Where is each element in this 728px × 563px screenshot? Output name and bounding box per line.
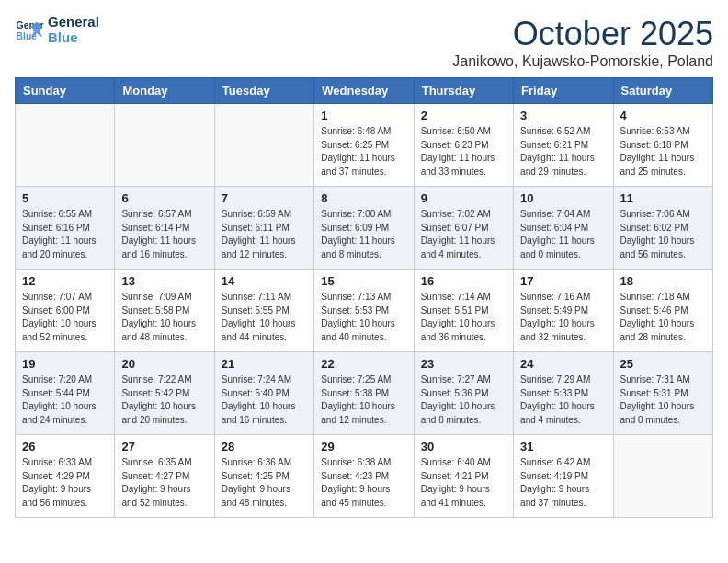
day-info: Sunrise: 7:31 AMSunset: 5:31 PMDaylight:… — [620, 373, 706, 427]
calendar-cell: 3Sunrise: 6:52 AMSunset: 6:21 PMDaylight… — [514, 104, 613, 187]
day-info: Sunrise: 6:35 AMSunset: 4:27 PMDaylight:… — [121, 456, 207, 510]
calendar-cell — [613, 435, 712, 518]
calendar-cell: 15Sunrise: 7:13 AMSunset: 5:53 PMDayligh… — [314, 270, 414, 352]
calendar-week-row: 1Sunrise: 6:48 AMSunset: 6:25 PMDaylight… — [16, 104, 713, 187]
calendar-cell: 4Sunrise: 6:53 AMSunset: 6:18 PMDaylight… — [613, 104, 712, 187]
day-number: 7 — [222, 191, 307, 205]
calendar-cell: 30Sunrise: 6:40 AMSunset: 4:21 PMDayligh… — [414, 435, 513, 518]
month-title: October 2025 — [452, 15, 713, 53]
weekday-header-tuesday: Tuesday — [214, 78, 313, 104]
calendar-week-row: 5Sunrise: 6:55 AMSunset: 6:16 PMDaylight… — [16, 187, 713, 270]
day-number: 17 — [520, 274, 606, 288]
calendar-cell — [16, 104, 115, 187]
location: Janikowo, Kujawsko-Pomorskie, Poland — [452, 53, 713, 70]
calendar-cell: 8Sunrise: 7:00 AMSunset: 6:09 PMDaylight… — [314, 187, 414, 270]
day-info: Sunrise: 7:04 AMSunset: 6:04 PMDaylight:… — [520, 208, 606, 261]
day-info: Sunrise: 6:48 AMSunset: 6:25 PMDaylight:… — [321, 125, 406, 178]
day-number: 14 — [222, 274, 307, 288]
day-info: Sunrise: 7:09 AMSunset: 5:58 PMDaylight:… — [121, 291, 207, 344]
day-number: 9 — [421, 191, 506, 205]
weekday-header-friday: Friday — [514, 78, 613, 104]
day-info: Sunrise: 7:14 AMSunset: 5:51 PMDaylight:… — [421, 291, 506, 344]
day-number: 30 — [421, 440, 506, 454]
calendar-cell: 22Sunrise: 7:25 AMSunset: 5:38 PMDayligh… — [314, 352, 414, 435]
calendar-cell: 31Sunrise: 6:42 AMSunset: 4:19 PMDayligh… — [514, 435, 613, 518]
calendar-cell: 24Sunrise: 7:29 AMSunset: 5:33 PMDayligh… — [514, 352, 613, 435]
calendar-week-row: 26Sunrise: 6:33 AMSunset: 4:29 PMDayligh… — [16, 435, 713, 518]
logo-text-general: General — [48, 15, 99, 30]
calendar-cell: 26Sunrise: 6:33 AMSunset: 4:29 PMDayligh… — [16, 435, 115, 518]
day-info: Sunrise: 7:06 AMSunset: 6:02 PMDaylight:… — [620, 208, 706, 261]
day-info: Sunrise: 6:33 AMSunset: 4:29 PMDaylight:… — [22, 456, 108, 510]
calendar-cell: 10Sunrise: 7:04 AMSunset: 6:04 PMDayligh… — [514, 187, 613, 270]
calendar-week-row: 19Sunrise: 7:20 AMSunset: 5:44 PMDayligh… — [16, 352, 713, 435]
day-info: Sunrise: 6:57 AMSunset: 6:14 PMDaylight:… — [121, 208, 207, 261]
calendar-cell: 7Sunrise: 6:59 AMSunset: 6:11 PMDaylight… — [214, 187, 313, 270]
weekday-header-sunday: Sunday — [16, 78, 115, 104]
day-info: Sunrise: 6:55 AMSunset: 6:16 PMDaylight:… — [22, 208, 108, 261]
day-info: Sunrise: 7:11 AMSunset: 5:55 PMDaylight:… — [222, 291, 307, 344]
calendar-cell: 25Sunrise: 7:31 AMSunset: 5:31 PMDayligh… — [613, 352, 712, 435]
day-number: 6 — [121, 191, 207, 205]
title-block: October 2025 Janikowo, Kujawsko-Pomorski… — [452, 15, 713, 70]
day-number: 28 — [222, 440, 307, 454]
calendar-cell: 20Sunrise: 7:22 AMSunset: 5:42 PMDayligh… — [115, 352, 214, 435]
calendar-cell: 12Sunrise: 7:07 AMSunset: 6:00 PMDayligh… — [16, 270, 115, 352]
calendar-cell: 18Sunrise: 7:18 AMSunset: 5:46 PMDayligh… — [613, 270, 712, 352]
day-info: Sunrise: 7:25 AMSunset: 5:38 PMDaylight:… — [321, 373, 406, 427]
calendar-cell: 23Sunrise: 7:27 AMSunset: 5:36 PMDayligh… — [414, 352, 513, 435]
day-info: Sunrise: 6:40 AMSunset: 4:21 PMDaylight:… — [421, 456, 506, 510]
day-number: 12 — [22, 274, 108, 288]
calendar-cell: 19Sunrise: 7:20 AMSunset: 5:44 PMDayligh… — [16, 352, 115, 435]
day-number: 25 — [620, 357, 706, 371]
weekday-header-row: SundayMondayTuesdayWednesdayThursdayFrid… — [16, 78, 713, 104]
calendar-cell: 17Sunrise: 7:16 AMSunset: 5:49 PMDayligh… — [514, 270, 613, 352]
calendar-cell — [115, 104, 214, 187]
day-info: Sunrise: 6:42 AMSunset: 4:19 PMDaylight:… — [520, 456, 606, 510]
day-number: 20 — [121, 357, 207, 371]
weekday-header-saturday: Saturday — [613, 78, 712, 104]
day-info: Sunrise: 7:24 AMSunset: 5:40 PMDaylight:… — [222, 373, 307, 427]
calendar-cell: 14Sunrise: 7:11 AMSunset: 5:55 PMDayligh… — [214, 270, 313, 352]
calendar-table: SundayMondayTuesdayWednesdayThursdayFrid… — [15, 77, 713, 518]
day-number: 3 — [520, 109, 606, 122]
day-number: 22 — [321, 357, 406, 371]
day-number: 26 — [22, 440, 108, 454]
day-info: Sunrise: 7:00 AMSunset: 6:09 PMDaylight:… — [321, 208, 406, 261]
day-info: Sunrise: 7:20 AMSunset: 5:44 PMDaylight:… — [22, 373, 108, 427]
calendar-cell: 13Sunrise: 7:09 AMSunset: 5:58 PMDayligh… — [115, 270, 214, 352]
day-number: 15 — [321, 274, 406, 288]
day-number: 8 — [321, 191, 406, 205]
day-number: 10 — [520, 191, 606, 205]
weekday-header-wednesday: Wednesday — [314, 78, 414, 104]
day-info: Sunrise: 7:18 AMSunset: 5:46 PMDaylight:… — [620, 291, 706, 344]
day-number: 13 — [121, 274, 207, 288]
logo: General Blue General Blue — [15, 15, 99, 45]
day-info: Sunrise: 6:38 AMSunset: 4:23 PMDaylight:… — [321, 456, 406, 510]
day-info: Sunrise: 6:59 AMSunset: 6:11 PMDaylight:… — [222, 208, 307, 261]
day-number: 29 — [321, 440, 406, 454]
calendar-cell: 11Sunrise: 7:06 AMSunset: 6:02 PMDayligh… — [613, 187, 712, 270]
calendar-cell: 16Sunrise: 7:14 AMSunset: 5:51 PMDayligh… — [414, 270, 513, 352]
day-number: 2 — [421, 109, 506, 122]
day-info: Sunrise: 6:50 AMSunset: 6:23 PMDaylight:… — [421, 125, 506, 178]
day-number: 27 — [121, 440, 207, 454]
logo-icon: General Blue — [15, 16, 44, 45]
weekday-header-thursday: Thursday — [414, 78, 513, 104]
calendar-cell: 28Sunrise: 6:36 AMSunset: 4:25 PMDayligh… — [214, 435, 313, 518]
calendar-cell: 6Sunrise: 6:57 AMSunset: 6:14 PMDaylight… — [115, 187, 214, 270]
day-number: 19 — [22, 357, 108, 371]
calendar-cell: 27Sunrise: 6:35 AMSunset: 4:27 PMDayligh… — [115, 435, 214, 518]
day-number: 24 — [520, 357, 606, 371]
logo-text-blue: Blue — [48, 30, 99, 46]
day-info: Sunrise: 6:52 AMSunset: 6:21 PMDaylight:… — [520, 125, 606, 178]
day-info: Sunrise: 7:22 AMSunset: 5:42 PMDaylight:… — [121, 373, 207, 427]
day-info: Sunrise: 6:53 AMSunset: 6:18 PMDaylight:… — [620, 125, 706, 178]
day-number: 11 — [620, 191, 706, 205]
calendar-cell: 21Sunrise: 7:24 AMSunset: 5:40 PMDayligh… — [214, 352, 313, 435]
day-info: Sunrise: 7:29 AMSunset: 5:33 PMDaylight:… — [520, 373, 606, 427]
day-info: Sunrise: 7:16 AMSunset: 5:49 PMDaylight:… — [520, 291, 606, 344]
day-number: 18 — [620, 274, 706, 288]
day-number: 4 — [620, 109, 706, 122]
calendar-cell — [214, 104, 313, 187]
